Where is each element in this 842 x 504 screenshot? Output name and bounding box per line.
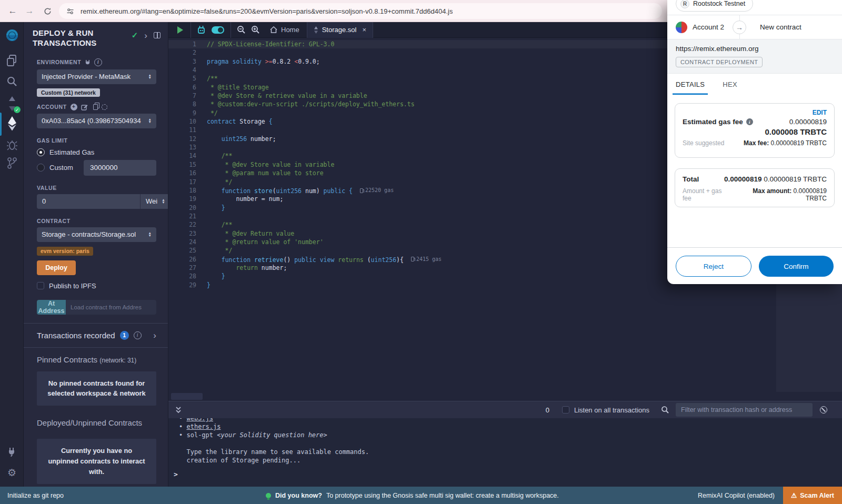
value-unit-select[interactable]: Wei ▲▼ <box>140 194 168 209</box>
remix-ai-icon[interactable] <box>196 25 206 34</box>
tab-hex[interactable]: HEX <box>723 74 737 95</box>
sign-message-icon[interactable] <box>81 104 88 110</box>
plug-icon[interactable] <box>85 59 91 65</box>
deployed-contracts-title: Deployed/Unpinned Contracts <box>24 406 168 427</box>
browser-forward-icon[interactable]: → <box>23 5 36 17</box>
site-suggested-hint: Site suggested <box>683 139 724 147</box>
publish-ipfs-option[interactable]: Publish to IPFS <box>37 282 156 290</box>
network-selector[interactable]: R Rootstock Testnet <box>676 0 753 12</box>
browser-back-icon[interactable]: ← <box>6 5 19 17</box>
clear-terminal-icon[interactable] <box>820 406 827 414</box>
search-icon[interactable] <box>0 76 24 87</box>
network-name: Rootstock Testnet <box>693 0 745 7</box>
library-link[interactable]: web3.js <box>186 418 213 422</box>
terminal-prompt[interactable]: > <box>174 470 178 478</box>
dapp-origin: https://remix.ethereum.org <box>676 45 834 53</box>
settings-gear-icon[interactable]: ⚙ <box>0 467 24 479</box>
browser-reload-icon[interactable] <box>41 5 54 17</box>
terminal-output[interactable]: • web3.js• ethers.js• sol-gpt <your Soli… <box>168 418 842 487</box>
listen-all-checkbox[interactable] <box>562 406 569 414</box>
at-address-input[interactable] <box>66 300 156 315</box>
estimated-gas-label: Estimated Gas <box>49 148 94 156</box>
library-link[interactable]: ethers.js <box>186 423 220 430</box>
environment-select[interactable]: Injected Provider - MetaMask ▲▼ <box>37 69 156 84</box>
site-settings-icon[interactable] <box>66 7 74 15</box>
deploy-button[interactable]: Deploy <box>37 260 76 275</box>
debugger-icon[interactable] <box>0 139 24 150</box>
at-address-button[interactable]: At Address <box>37 300 66 315</box>
tab-home[interactable]: Home <box>263 22 307 38</box>
terminal-search-icon[interactable] <box>661 406 669 414</box>
git-init-status[interactable]: Initialize as git repo <box>7 492 64 499</box>
to-contract: New contract <box>760 23 801 31</box>
terminal-line: Type the library name to see available c… <box>179 448 842 456</box>
chevron-up-down-icon: ▲▼ <box>148 118 152 123</box>
value-input[interactable] <box>37 194 140 209</box>
line-number: 29 <box>168 281 196 289</box>
contract-label: CONTRACT <box>37 218 71 224</box>
value-unit: Wei <box>146 197 157 205</box>
url-text: remix.ethereum.org/#lang=en&optimize=fal… <box>81 7 453 15</box>
custom-gas-option[interactable]: Custom <box>37 160 156 176</box>
tab-details[interactable]: DETAILS <box>673 74 708 95</box>
gas-fee-card: EDIT Estimated gas fee i 0.00000819 0.00… <box>675 103 835 158</box>
create-account-icon[interactable]: + <box>71 104 77 110</box>
source-control-icon[interactable] <box>0 157 24 169</box>
home-icon <box>270 26 277 33</box>
terminal-filter-input[interactable] <box>676 403 813 417</box>
close-tab-icon[interactable]: × <box>362 26 366 34</box>
gas-limit-label: GAS LIMIT <box>37 137 67 144</box>
copilot-status[interactable]: RemixAI Copilot (enabled) <box>698 492 775 499</box>
collapse-panel-icon[interactable]: › <box>144 31 147 40</box>
zoom-in-icon[interactable] <box>251 25 260 34</box>
line-number: 2 <box>168 48 196 57</box>
plugin-manager-icon[interactable] <box>0 446 24 458</box>
line-number: 3 <box>168 57 196 66</box>
terminal-collapse-icon[interactable] <box>175 406 182 414</box>
contract-value: Storage - contracts/Storage.sol <box>42 230 148 238</box>
status-bar: Initialize as git repo Did you know? To … <box>0 487 842 504</box>
solidity-compiler-icon[interactable]: ✓ <box>0 96 24 112</box>
custom-gas-input[interactable] <box>84 160 156 176</box>
line-number: 5 <box>168 74 196 83</box>
gas-estimate-badge: 2415 gas <box>411 255 442 264</box>
confirm-button[interactable]: Confirm <box>759 256 834 277</box>
copy-account-icon[interactable] <box>93 104 98 110</box>
total-value: 0.00000819 0.00000819 TRBTC <box>724 175 827 183</box>
zoom-out-icon[interactable] <box>237 25 246 34</box>
transactions-info-icon[interactable]: i <box>134 331 142 339</box>
activity-bar: ✓ ⚙ <box>0 22 24 487</box>
run-script-icon[interactable] <box>177 26 183 34</box>
deploy-run-icon[interactable] <box>0 116 24 132</box>
gas-info-icon[interactable]: i <box>746 118 753 125</box>
transactions-recorded-label: Transactions recorded <box>37 331 115 340</box>
environment-info-icon[interactable]: i <box>94 58 102 66</box>
transactions-expand-icon[interactable]: › <box>153 331 156 340</box>
url-bar[interactable]: remix.ethereum.org/#lang=en&optimize=fal… <box>59 3 662 19</box>
copilot-toggle[interactable] <box>212 26 224 34</box>
pinned-contracts-title: Pinned Contracts (network: 31) <box>24 348 168 364</box>
deploy-run-panel: DEPLOY & RUN TRANSACTIONS ✓ › ENVIRONMEN… <box>24 22 168 487</box>
horizontal-scrollbar[interactable] <box>171 393 203 400</box>
line-number: 6 <box>168 83 196 92</box>
solidity-file-icon <box>314 26 318 34</box>
line-number: 12 <box>168 135 196 143</box>
pin-panel-icon[interactable] <box>154 32 161 38</box>
file-explorer-icon[interactable] <box>0 55 24 67</box>
remix-logo-icon[interactable] <box>0 28 24 45</box>
scam-alert-button[interactable]: ⚠ Scam Alert <box>783 487 842 504</box>
estimated-gas-radio[interactable] <box>37 148 45 156</box>
transactions-recorded-section[interactable]: Transactions recorded 1 i › <box>24 324 168 347</box>
custom-gas-radio[interactable] <box>37 164 45 172</box>
line-number: 20 <box>168 204 196 212</box>
tab-storage-sol[interactable]: Storage.sol × <box>307 22 373 38</box>
estimated-gas-option[interactable]: Estimated Gas <box>37 148 156 156</box>
contract-select[interactable]: Storage - contracts/Storage.sol ▲▼ <box>37 227 156 242</box>
account-select[interactable]: 0xA03...85ac4 (0.398673504934 ▲▼ <box>37 114 156 128</box>
evm-version-badge: evm version: paris <box>37 247 93 256</box>
reject-button[interactable]: Reject <box>676 256 751 277</box>
origin-section: https://remix.ethereum.org CONTRACT DEPL… <box>667 39 842 74</box>
publish-ipfs-checkbox[interactable] <box>37 282 44 289</box>
tip-title: Did you know? <box>275 492 322 499</box>
edit-gas-link[interactable]: EDIT <box>683 109 827 116</box>
